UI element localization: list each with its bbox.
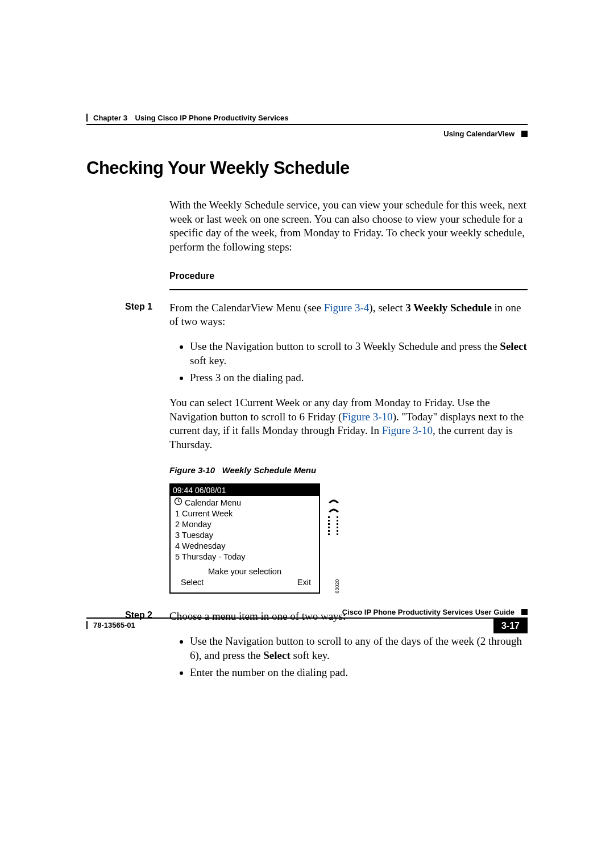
phone-menu-title: Calendar Menu (174, 497, 316, 508)
footer-tick (86, 621, 88, 629)
intro-paragraph: With the Weekly Schedule service, you ca… (169, 198, 528, 254)
handset-icon (328, 498, 339, 504)
section-breadcrumb: Using CalendarView (443, 130, 515, 138)
list-item: 3 Tuesday (174, 530, 316, 541)
list-item: Use the Navigation button to scroll to 3… (190, 340, 528, 368)
list-item: 5 Thursday - Today (174, 552, 316, 562)
header-tick (86, 114, 88, 122)
page-number: 3-17 (493, 619, 528, 633)
page: Chapter 3 Using Cisco IP Phone Productiv… (0, 0, 614, 868)
weekly-schedule-bold: 3 Weekly Schedule (405, 302, 492, 314)
chapter-label: Chapter 3 Using Cisco IP Phone Productiv… (93, 114, 289, 122)
procedure-divider (169, 289, 528, 290)
header-square-marker (521, 131, 528, 137)
footer-square-marker (521, 609, 528, 615)
step-1: Step 1 From the CalendarView Menu (see F… (169, 301, 528, 594)
section-heading: Checking Your Weekly Schedule (86, 158, 350, 178)
procedure-heading: Procedure (169, 270, 528, 282)
step-1-bullets: Use the Navigation button to scroll to 3… (169, 340, 528, 385)
phone-softkeys: Select Exit (174, 577, 316, 589)
book-title: Cisco IP Phone Productivity Services Use… (342, 608, 515, 616)
step-1-paragraph-2: You can select 1Current Week or any day … (169, 396, 528, 452)
figure-3-10-link[interactable]: Figure 3-10 (342, 411, 392, 423)
list-item: 1 Current Week (174, 508, 316, 519)
list-item: 2 Monday (174, 519, 316, 530)
figure-caption: Figure 3-10 Weekly Schedule Menu (169, 465, 528, 476)
phone-figure: 09:44 06/08/01 Calendar Menu 1 Current W… (169, 483, 346, 594)
running-header: Chapter 3 Using Cisco IP Phone Productiv… (86, 114, 528, 138)
step-1-paragraph-1: From the CalendarView Menu (see Figure 3… (169, 301, 528, 329)
chapter-title: Using Cisco IP Phone Productivity Servic… (135, 114, 289, 122)
list-item: Press 3 on the dialing pad. (190, 371, 528, 385)
page-footer: Cisco IP Phone Productivity Services Use… (86, 608, 528, 642)
svg-line-2 (179, 502, 180, 503)
softkey-select: Select (181, 577, 204, 588)
chapter-number: Chapter 3 (93, 114, 127, 122)
figure-3-10-link[interactable]: Figure 3-10 (382, 424, 433, 436)
figure-3-4-link[interactable]: Figure 3-4 (324, 302, 370, 314)
handset-icon (328, 507, 339, 513)
list-item: Enter the number on the dialing pad. (190, 666, 528, 680)
phone-screen: 09:44 06/08/01 Calendar Menu 1 Current W… (169, 483, 320, 594)
clock-icon (174, 497, 182, 508)
softkey-exit: Exit (297, 577, 311, 588)
phone-side-icons (326, 498, 341, 535)
phone-prompt: Make your selection (174, 565, 316, 577)
line-dots-icon (328, 516, 339, 535)
phone-menu-list: 1 Current Week 2 Monday 3 Tuesday 4 Wedn… (174, 508, 316, 562)
doc-number: 78-13565-01 (86, 621, 135, 629)
list-item: 4 Wednesday (174, 541, 316, 552)
phone-timebar: 09:44 06/08/01 (171, 485, 319, 496)
figure-side-number: 63020 (334, 579, 341, 594)
step-1-label: Step 1 (125, 301, 152, 313)
